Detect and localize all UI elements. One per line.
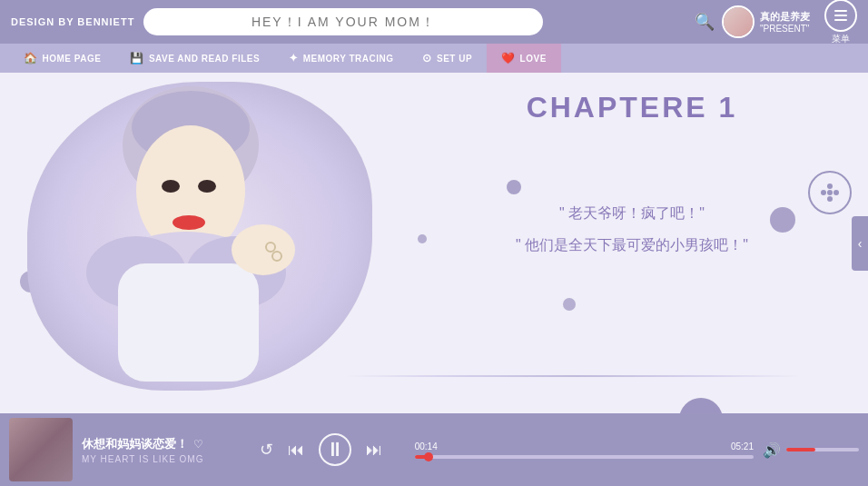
nav-item-love[interactable]: ❤️ LOVE: [487, 44, 561, 73]
quote-2: " 他们是全天下最可爱的小男孩吧！": [414, 229, 850, 261]
nav-label-love: LOVE: [520, 54, 547, 64]
player-thumb-inner: [9, 418, 73, 481]
dot-7: [563, 298, 576, 311]
player-info: 休想和妈妈谈恋爱！ ♡ MY HEART IS LIKE OMG: [82, 436, 227, 464]
header-icons: 🔍 真的是养麦 "PRESENT" 菜单: [695, 0, 857, 45]
menu-label: 菜单: [832, 33, 850, 45]
chapter-image-inner: [27, 82, 372, 391]
svg-rect-6: [118, 263, 259, 382]
progress-bar[interactable]: [415, 455, 754, 459]
nav-item-memory[interactable]: ✦ MEMORY TRACING: [274, 44, 408, 73]
current-time: 00:14: [415, 441, 438, 451]
next-button[interactable]: ⏭: [366, 441, 382, 460]
progress-dot: [424, 452, 433, 461]
dot-8: [679, 398, 723, 413]
user-info: 真的是养麦 "PRESENT": [760, 10, 810, 34]
person-svg: [45, 82, 354, 382]
menu-block[interactable]: 菜单: [824, 0, 857, 45]
brand-label: DESIGN BY BENNIETT: [11, 16, 134, 27]
home-icon: 🏠: [24, 52, 38, 64]
nav-label-memory: MEMORY TRACING: [303, 54, 394, 64]
player-heart-icon[interactable]: ♡: [193, 438, 203, 451]
volume-area: 🔊: [763, 441, 859, 459]
svg-point-10: [198, 180, 216, 193]
right-content: CHAPTERE 1 " 老天爷呀！疯了吧！" " 他们是全天下最可爱的小男孩吧…: [414, 91, 850, 261]
waveform-decoration: [347, 375, 801, 377]
setup-icon: ⊙: [422, 52, 432, 64]
svg-point-7: [232, 224, 295, 275]
music-player: 休想和妈妈谈恋爱！ ♡ MY HEART IS LIKE OMG ↺ ⏮ ⏸ ⏭…: [0, 413, 868, 486]
search-input[interactable]: [143, 8, 543, 35]
nav-item-setup[interactable]: ⊙ SET UP: [408, 44, 487, 73]
prev-button[interactable]: ⏮: [288, 441, 304, 460]
player-controls: ↺ ⏮ ⏸ ⏭: [236, 433, 406, 466]
nav-item-home[interactable]: 🏠 HOME PAGE: [9, 44, 115, 73]
memory-icon: ✦: [289, 52, 299, 64]
progress-times: 00:14 05:21: [415, 441, 754, 451]
nav-label-home: HOME PAGE: [43, 54, 102, 64]
volume-bar[interactable]: [786, 448, 859, 451]
chapter-image: [27, 82, 372, 391]
player-subtitle: MY HEART IS LIKE OMG: [82, 454, 227, 464]
player-thumbnail: [9, 418, 73, 481]
svg-point-9: [162, 180, 180, 193]
repeat-button[interactable]: ↺: [260, 440, 273, 460]
user-block: 真的是养麦 "PRESENT": [722, 5, 810, 38]
search-icon-button[interactable]: 🔍: [695, 12, 715, 32]
header: DESIGN BY BENNIETT 🔍 真的是养麦 "PRESENT" 菜单: [0, 0, 868, 44]
chevron-left-icon: ‹: [858, 236, 863, 251]
svg-point-8: [173, 215, 205, 230]
volume-fill: [786, 448, 815, 451]
save-icon: 💾: [130, 52, 144, 64]
nav-item-save[interactable]: 💾 SAVE AND READ FILES: [115, 44, 274, 73]
quote-1: " 老天爷呀！疯了吧！": [414, 197, 850, 229]
nav-bar: 🏠 HOME PAGE 💾 SAVE AND READ FILES ✦ MEMO…: [0, 44, 868, 73]
user-status: "PRESENT": [760, 24, 810, 34]
progress-area: 00:14 05:21: [415, 441, 754, 459]
avatar: [722, 5, 755, 38]
menu-icon[interactable]: [824, 0, 857, 32]
total-time: 05:21: [731, 441, 754, 451]
chapter-title: CHAPTERE 1: [414, 91, 850, 124]
love-icon: ❤️: [501, 52, 516, 64]
play-pause-button[interactable]: ⏸: [319, 433, 351, 466]
main-content: CHAPTERE 1 " 老天爷呀！疯了吧！" " 他们是全天下最可爱的小男孩吧…: [0, 73, 868, 413]
volume-icon: 🔊: [763, 441, 781, 459]
nav-label-save: SAVE AND READ FILES: [149, 54, 260, 64]
nav-label-setup: SET UP: [437, 54, 472, 64]
player-title: 休想和妈妈谈恋爱！: [82, 436, 188, 452]
user-name: 真的是养麦: [760, 10, 810, 24]
side-expand-button[interactable]: ‹: [852, 216, 868, 271]
